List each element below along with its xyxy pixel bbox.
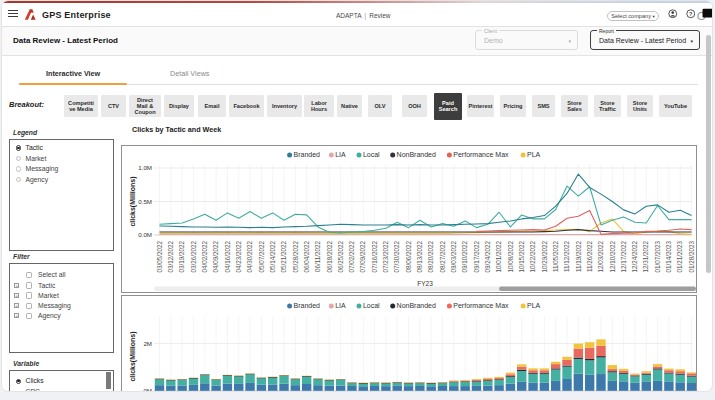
- svg-text:04/16/2022: 04/16/2022: [224, 240, 231, 272]
- svg-text:?: ?: [689, 11, 692, 17]
- svg-text:LIA: LIA: [335, 151, 346, 158]
- svg-text:03/26/2022: 03/26/2022: [190, 240, 197, 272]
- svg-text:08/27/2022: 08/27/2022: [439, 240, 446, 272]
- svg-text:12/10/2022: 12/10/2022: [609, 240, 616, 272]
- svg-text:10/08/2022: 10/08/2022: [507, 240, 514, 272]
- svg-text:07/02/2022: 07/02/2022: [348, 240, 355, 272]
- svg-text:Branded: Branded: [294, 151, 321, 158]
- svg-text:clicks(Millions): clicks(Millions): [129, 176, 137, 226]
- svg-text:NonBranded: NonBranded: [397, 151, 436, 158]
- svg-text:04/02/2022: 04/02/2022: [201, 240, 208, 272]
- svg-text:12/03/2022: 12/03/2022: [597, 240, 604, 272]
- svg-text:01/28/2023: 01/28/2023: [688, 240, 695, 272]
- svg-text:08/13/2022: 08/13/2022: [416, 240, 423, 272]
- svg-text:PLA: PLA: [527, 151, 541, 158]
- svg-text:PLA: PLA: [527, 302, 541, 309]
- svg-text:08/20/2022: 08/20/2022: [427, 240, 434, 272]
- svg-text:11/19/2022: 11/19/2022: [575, 240, 582, 272]
- svg-text:07/16/2022: 07/16/2022: [371, 240, 378, 272]
- svg-text:04/23/2022: 04/23/2022: [235, 240, 242, 272]
- svg-text:0.5M: 0.5M: [138, 197, 152, 204]
- svg-text:Performance Max: Performance Max: [453, 302, 509, 309]
- svg-text:06/11/2022: 06/11/2022: [314, 240, 321, 272]
- svg-text:06/04/2022: 06/04/2022: [303, 240, 310, 272]
- svg-text:06/25/2022: 06/25/2022: [337, 240, 344, 272]
- svg-text:10/22/2022: 10/22/2022: [529, 240, 536, 272]
- svg-text:09/24/2022: 09/24/2022: [484, 240, 491, 272]
- svg-text:07/09/2022: 07/09/2022: [359, 240, 366, 272]
- svg-text:clicks(Millions): clicks(Millions): [129, 331, 137, 381]
- svg-text:12/24/2022: 12/24/2022: [631, 240, 638, 272]
- svg-text:11/26/2022: 11/26/2022: [586, 240, 593, 272]
- svg-text:08/06/2022: 08/06/2022: [405, 240, 412, 272]
- svg-text:12/17/2022: 12/17/2022: [620, 240, 627, 272]
- svg-text:1.0M: 1.0M: [138, 164, 152, 171]
- svg-text:FY23: FY23: [417, 279, 433, 286]
- svg-text:09/03/2022: 09/03/2022: [450, 240, 457, 272]
- svg-text:01/21/2023: 01/21/2023: [676, 240, 683, 272]
- svg-text:07/23/2022: 07/23/2022: [382, 240, 389, 272]
- svg-text:01/07/2023: 01/07/2023: [654, 240, 661, 272]
- svg-text:0.0M: 0.0M: [138, 231, 152, 238]
- svg-text:01/14/2023: 01/14/2023: [665, 240, 672, 272]
- svg-text:Local: Local: [363, 151, 380, 158]
- svg-text:Performance Max: Performance Max: [453, 151, 509, 158]
- svg-text:10/01/2022: 10/01/2022: [495, 240, 502, 272]
- svg-text:11/05/2022: 11/05/2022: [552, 240, 559, 272]
- svg-text:04/30/2022: 04/30/2022: [246, 240, 253, 272]
- svg-text:05/07/2022: 05/07/2022: [258, 240, 265, 272]
- svg-text:05/14/2022: 05/14/2022: [269, 240, 276, 272]
- svg-text:07/30/2022: 07/30/2022: [393, 240, 400, 272]
- svg-text:09/10/2022: 09/10/2022: [461, 240, 468, 272]
- svg-text:11/12/2022: 11/12/2022: [563, 240, 570, 272]
- svg-text:05/21/2022: 05/21/2022: [280, 240, 287, 272]
- svg-text:LIA: LIA: [335, 302, 346, 309]
- svg-text:03/12/2022: 03/12/2022: [167, 240, 174, 272]
- svg-text:06/18/2022: 06/18/2022: [326, 240, 333, 272]
- svg-text:05/28/2022: 05/28/2022: [292, 240, 299, 272]
- svg-text:10/15/2022: 10/15/2022: [518, 240, 525, 272]
- svg-text:09/17/2022: 09/17/2022: [473, 240, 480, 272]
- svg-text:Local: Local: [363, 302, 380, 309]
- svg-text:2M: 2M: [143, 339, 152, 346]
- svg-text:Branded: Branded: [294, 302, 321, 309]
- svg-text:04/09/2022: 04/09/2022: [212, 240, 219, 272]
- svg-text:03/19/2022: 03/19/2022: [178, 240, 185, 272]
- svg-text:0M: 0M: [143, 386, 152, 392]
- svg-text:12/31/2022: 12/31/2022: [642, 240, 649, 272]
- svg-text:10/29/2022: 10/29/2022: [541, 240, 548, 272]
- svg-text:NonBranded: NonBranded: [397, 302, 436, 309]
- svg-text:03/05/2022: 03/05/2022: [156, 240, 163, 272]
